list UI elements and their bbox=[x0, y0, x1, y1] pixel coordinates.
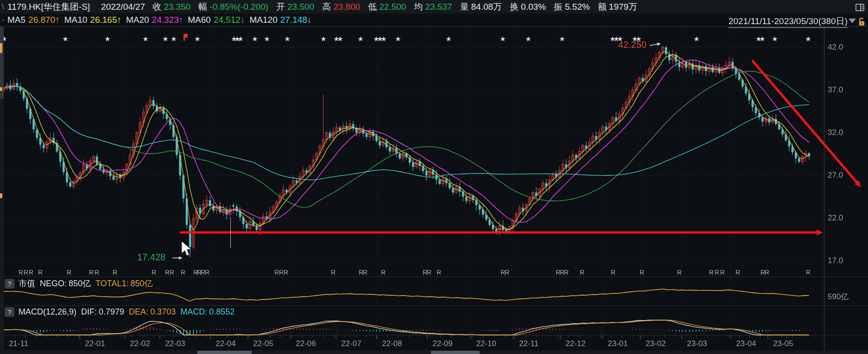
time-tick-22-01: 22-01 bbox=[80, 339, 110, 348]
macd-label: MACD: bbox=[180, 307, 207, 317]
annotation-low-price: 17.428 bbox=[137, 252, 165, 263]
edge-glyph: \ bbox=[2, 3, 7, 11]
market-cap-axis-label: 590亿 bbox=[828, 291, 849, 302]
quote-field-均: 均23.537 bbox=[414, 1, 452, 13]
help-icon[interactable]: ? bbox=[5, 279, 14, 289]
time-tick-22-07: 22-07 bbox=[336, 339, 366, 348]
quote-field-高: 高23.800 bbox=[322, 1, 360, 13]
price-tick-37: 37.0 bbox=[828, 85, 843, 95]
gutter-marker bbox=[0, 87, 2, 91]
left-gutter bbox=[0, 26, 4, 354]
market-cap-header: ? 市值 NEGO: 850亿 TOTAL1: 850亿 bbox=[5, 278, 157, 289]
price-tick-22: 22.0 bbox=[828, 213, 843, 223]
total1-value: 850亿 bbox=[130, 278, 152, 289]
dif-value: 0.7979 bbox=[99, 307, 124, 317]
time-tick-22-03: 22-03 bbox=[160, 339, 190, 348]
time-tick-22-06: 22-06 bbox=[291, 339, 321, 348]
ma-item-MA20: MA2024.323↑ bbox=[126, 15, 183, 25]
help-icon-macd[interactable]: ? bbox=[5, 307, 14, 317]
gutter-marker bbox=[0, 193, 2, 198]
edge-glyph-2: - bbox=[2, 16, 7, 24]
lock-icon[interactable] bbox=[858, 18, 866, 28]
time-tick-22-04: 22-04 bbox=[211, 339, 241, 348]
time-tick-22-05: 22-05 bbox=[248, 339, 278, 348]
chart-canvas[interactable] bbox=[0, 0, 868, 354]
date-range[interactable]: 2021/11/11-2023/05/30(380日) bbox=[729, 15, 848, 28]
time-tick-23-03: 23-03 bbox=[682, 339, 712, 348]
market-cap-title[interactable]: 市值 bbox=[19, 278, 35, 289]
nego-value: 850亿 bbox=[69, 278, 91, 289]
quote-field-幅: 幅-0.85%(-0.200) bbox=[198, 1, 268, 13]
price-tick-42: 42.0 bbox=[828, 43, 843, 52]
chevron-down-icon[interactable] bbox=[849, 19, 856, 23]
total1-label: TOTAL1: bbox=[95, 279, 128, 289]
dea-label: DEA: bbox=[129, 307, 148, 317]
price-tick-32: 32.0 bbox=[828, 128, 843, 137]
quote-date: 2022/04/27 bbox=[101, 2, 145, 12]
dif-label: DIF: bbox=[81, 307, 97, 317]
annotation-high-price: 42.250 bbox=[618, 39, 646, 50]
ma-item-MA5: MA526.870↑ bbox=[7, 15, 60, 25]
dea-value: 0.3703 bbox=[150, 307, 176, 317]
quote-field-换: 换0.03% bbox=[510, 1, 546, 13]
ma-item-MA60: MA6024.512↓ bbox=[188, 15, 245, 25]
price-tick-27: 27.0 bbox=[828, 171, 843, 180]
time-tick-22-12: 22-12 bbox=[561, 339, 590, 348]
time-tick-22-11: 22-11 bbox=[514, 339, 544, 348]
layout-icon[interactable] bbox=[855, 3, 864, 13]
stock-chart-window: { "colors": { "up": "#d43c3c", "down": "… bbox=[0, 0, 868, 354]
time-tick-23-05: 23-05 bbox=[768, 339, 798, 348]
quote-field-收: 收23.350 bbox=[152, 1, 190, 13]
time-tick-22-10: 22-10 bbox=[471, 339, 501, 348]
time-tick-22-08: 22-08 bbox=[377, 339, 407, 348]
top-info-bar: \ 1179.HK[华住集团-S] 2022/04/27 收23.350幅-0.… bbox=[0, 0, 868, 13]
ma-item-MA120: MA12027.148↓ bbox=[250, 15, 312, 25]
quote-fields: 收23.350幅-0.85%(-0.200)开23.500高23.800低22.… bbox=[152, 1, 645, 13]
time-tick-21-11: 21-11 bbox=[4, 339, 33, 348]
nego-label: NEGO: bbox=[40, 279, 67, 289]
gutter-marker bbox=[0, 43, 2, 53]
ma-items: MA526.870↑MA1026.165↑MA2024.323↑MA6024.5… bbox=[7, 15, 316, 25]
macd-title[interactable]: MACD(12,26,9) bbox=[19, 307, 76, 317]
time-tick-22-09: 22-09 bbox=[428, 339, 457, 348]
ma-item-MA10: MA1026.165↑ bbox=[64, 15, 121, 25]
macd-header: ? MACD(12,26,9) DIF: 0.7979 DEA: 0.3703 … bbox=[5, 307, 234, 317]
time-tick-23-04: 23-04 bbox=[731, 339, 761, 348]
time-tick-23-01: 23-01 bbox=[603, 339, 633, 348]
quote-field-振: 振5.52% bbox=[554, 1, 590, 13]
time-tick-22-02: 22-02 bbox=[125, 339, 155, 348]
macd-value: 0.8552 bbox=[209, 307, 234, 317]
time-tick-23-02: 23-02 bbox=[641, 339, 671, 348]
quote-field-开: 开23.500 bbox=[276, 1, 314, 13]
quote-field-额: 额1979万 bbox=[598, 1, 637, 13]
quote-field-量: 量84.08万 bbox=[460, 1, 502, 13]
quote-field-低: 低22.500 bbox=[368, 1, 406, 13]
mouse-cursor-icon bbox=[181, 241, 193, 258]
price-tick-17: 17.0 bbox=[828, 256, 843, 265]
stock-symbol[interactable]: 1179.HK[华住集团-S] bbox=[7, 1, 90, 13]
